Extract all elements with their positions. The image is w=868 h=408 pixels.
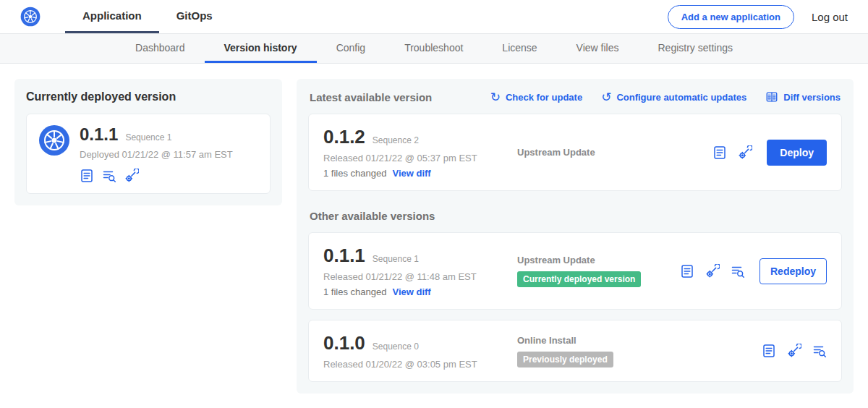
add-application-button[interactable]: Add a new application [668, 5, 794, 29]
sequence-label: Sequence 2 [373, 135, 419, 145]
status-badge: Currently deployed version [517, 271, 641, 287]
subnav-tab-view-files[interactable]: View files [557, 34, 639, 63]
deploy-button[interactable]: Deploy [767, 140, 827, 166]
version-card-actions [762, 344, 827, 358]
available-versions-panel: Latest available version ↻ Check for upd… [297, 79, 854, 394]
app-tabs: Application GitOps [65, 0, 230, 33]
redeploy-button[interactable]: Redeploy [760, 258, 827, 284]
version-source: Online Install Previously deployed [510, 335, 762, 367]
deployed-icon-actions [80, 169, 233, 183]
deployed-timestamp: Deployed 01/21/22 @ 11:57 am EST [80, 149, 233, 160]
deployed-version-card: 0.1.1 Sequence 1 Deployed 01/21/22 @ 11:… [26, 114, 271, 194]
version-card-actions: Deploy [712, 140, 827, 166]
kubernetes-logo-icon [20, 0, 41, 33]
diff-icon[interactable] [812, 344, 827, 358]
release-notes-icon[interactable] [712, 145, 727, 160]
config-icon[interactable] [705, 264, 720, 279]
version-number: 0.1.1 [323, 245, 365, 267]
diff-icon[interactable] [731, 264, 745, 279]
version-source: Upstream Update Currently deployed versi… [510, 255, 680, 287]
view-diff-link[interactable]: View diff [392, 168, 430, 179]
other-versions-title: Other available versions [308, 210, 842, 222]
diff-versions-label: Diff versions [783, 92, 841, 103]
auto-update-icon: ↺ [601, 91, 611, 103]
diff-versions-link[interactable]: Diff versions [765, 90, 841, 103]
released-timestamp: Released 01/21/22 @ 11:48 am EST [323, 271, 510, 282]
source-label: Upstream Update [517, 147, 712, 158]
tab-application[interactable]: Application [65, 0, 159, 33]
check-for-update-link[interactable]: ↻ Check for update [490, 91, 582, 103]
deployed-version-number: 0.1.1 [80, 124, 118, 145]
check-for-update-label: Check for update [506, 92, 582, 103]
latest-available-title: Latest available version [310, 91, 432, 103]
subnav-tab-config[interactable]: Config [317, 34, 385, 63]
subnav-tab-registry-settings[interactable]: Registry settings [639, 34, 752, 63]
files-changed-label: 1 files changed [323, 168, 386, 179]
version-card: 0.1.1 Sequence 1 Released 01/21/22 @ 11:… [308, 232, 842, 310]
tab-gitops[interactable]: GitOps [159, 0, 230, 33]
view-diff-link[interactable]: View diff [392, 286, 430, 297]
currently-deployed-title: Currently deployed version [26, 90, 271, 103]
topbar-actions: Add a new application Log out [668, 0, 848, 33]
logout-link[interactable]: Log out [812, 11, 848, 23]
version-card-actions: Redeploy [680, 258, 827, 284]
version-actions: ↻ Check for update ↺ Configure automatic… [490, 90, 841, 103]
release-notes-icon[interactable] [680, 264, 694, 279]
subnav-tab-version-history[interactable]: Version history [205, 34, 317, 63]
release-notes-icon[interactable] [762, 344, 776, 358]
source-label: Upstream Update [517, 255, 680, 265]
app-subnav: Dashboard Version history Config Trouble… [0, 34, 868, 64]
config-icon[interactable] [738, 145, 752, 160]
version-source: Upstream Update [510, 147, 712, 158]
version-details: 0.1.2 Sequence 2 Released 01/21/22 @ 05:… [323, 126, 510, 179]
sequence-label: Sequence 1 [373, 254, 419, 264]
available-versions-header: Latest available version ↻ Check for upd… [308, 90, 842, 103]
latest-version-card: 0.1.2 Sequence 2 Released 01/21/22 @ 05:… [308, 114, 842, 191]
files-changed-label: 1 files changed [323, 286, 386, 297]
configure-automatic-updates-label: Configure automatic updates [616, 92, 746, 103]
top-nav: Application GitOps Add a new application… [0, 0, 868, 34]
version-number: 0.1.0 [323, 332, 365, 354]
config-icon[interactable] [787, 344, 801, 358]
currently-deployed-panel: Currently deployed version 0.1.1 Sequenc… [14, 79, 282, 205]
app-logo-icon [38, 124, 70, 159]
main-content: Currently deployed version 0.1.1 Sequenc… [0, 64, 868, 408]
version-card: 0.1.0 Sequence 0 Released 01/20/22 @ 03:… [308, 320, 842, 382]
version-details: 0.1.1 Sequence 1 Released 01/21/22 @ 11:… [323, 245, 510, 297]
subnav-tab-dashboard[interactable]: Dashboard [116, 34, 205, 63]
sequence-label: Sequence 0 [373, 341, 419, 352]
deployed-sequence-label: Sequence 1 [125, 132, 171, 143]
subnav-tab-troubleshoot[interactable]: Troubleshoot [385, 34, 482, 63]
version-details: 0.1.0 Sequence 0 Released 01/20/22 @ 03:… [323, 332, 510, 370]
released-timestamp: Released 01/21/22 @ 05:37 pm EST [323, 153, 510, 163]
subnav-tab-license[interactable]: License [482, 34, 556, 63]
status-badge: Previously deployed [517, 352, 613, 367]
source-label: Online Install [517, 335, 762, 346]
diff-table-icon [765, 90, 778, 103]
config-icon[interactable] [124, 169, 139, 183]
released-timestamp: Released 01/20/22 @ 03:05 pm EST [323, 359, 510, 370]
release-notes-icon[interactable] [80, 169, 94, 183]
refresh-icon: ↻ [490, 91, 501, 103]
diff-icon[interactable] [102, 169, 116, 183]
deployed-version-info: 0.1.1 Sequence 1 Deployed 01/21/22 @ 11:… [80, 124, 233, 183]
configure-automatic-updates-link[interactable]: ↺ Configure automatic updates [601, 91, 746, 103]
version-number: 0.1.2 [323, 126, 365, 148]
